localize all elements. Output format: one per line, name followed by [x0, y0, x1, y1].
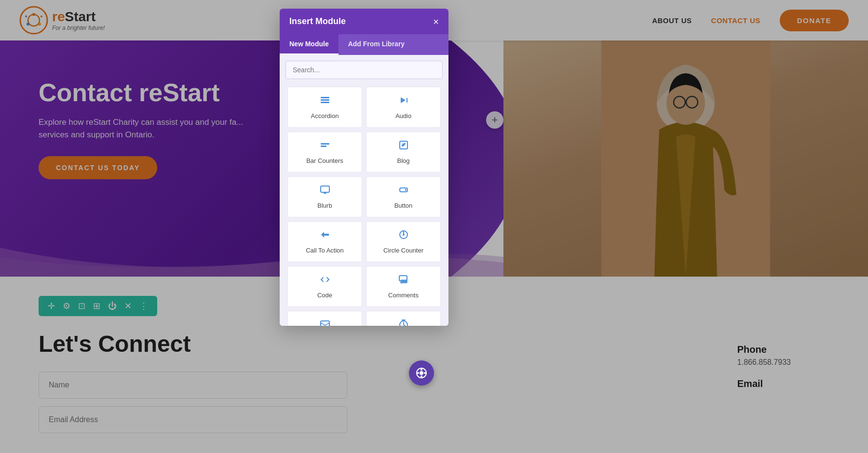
contact-form-icon: [320, 319, 330, 326]
module-audio[interactable]: Audio: [366, 87, 441, 128]
comments-label: Comments: [388, 292, 419, 299]
tab-new-module[interactable]: New Module: [280, 34, 339, 55]
fab-button[interactable]: [409, 360, 434, 386]
svg-rect-13: [321, 97, 329, 98]
module-grid: Accordion Audio Bar Counters Blog Blurb: [280, 85, 448, 326]
countdown-timer-icon: [398, 319, 409, 326]
svg-point-45: [424, 372, 426, 374]
svg-rect-19: [321, 146, 326, 147]
module-blurb[interactable]: Blurb: [287, 176, 362, 217]
svg-point-47: [420, 375, 422, 377]
modal-header: Insert Module ×: [280, 9, 448, 34]
code-icon: [320, 274, 330, 288]
accordion-icon: [320, 95, 330, 108]
svg-rect-15: [321, 102, 329, 103]
svg-rect-14: [321, 99, 329, 101]
svg-point-43: [420, 371, 423, 375]
svg-marker-16: [401, 97, 406, 103]
call-to-action-icon: [320, 229, 330, 243]
module-circle-counter[interactable]: Circle Counter: [366, 221, 441, 262]
tab-add-from-library[interactable]: Add From Library: [339, 34, 414, 55]
modal-search-area: [280, 55, 448, 85]
svg-rect-18: [321, 143, 329, 145]
button-label: Button: [394, 202, 413, 209]
svg-rect-17: [407, 98, 407, 103]
bar-counters-label: Bar Counters: [306, 157, 343, 164]
bar-counters-icon: [320, 140, 330, 153]
insert-module-modal: Insert Module × New Module Add From Libr…: [280, 9, 448, 326]
circle-counter-label: Circle Counter: [383, 247, 423, 254]
modal-close-button[interactable]: ×: [433, 17, 439, 27]
circle-counter-icon: [398, 229, 409, 243]
blog-icon: [398, 140, 409, 153]
svg-point-46: [420, 369, 422, 371]
svg-marker-23: [321, 232, 329, 238]
module-blog[interactable]: Blog: [366, 132, 441, 173]
module-accordion[interactable]: Accordion: [287, 87, 362, 128]
audio-icon: [398, 95, 409, 108]
blog-label: Blog: [397, 157, 409, 164]
modal-tabs: New Module Add From Library: [280, 34, 448, 55]
blurb-icon: [320, 185, 330, 198]
svg-rect-21: [321, 186, 329, 192]
module-code[interactable]: Code: [287, 266, 362, 307]
code-label: Code: [317, 292, 332, 299]
fab-icon: [416, 367, 427, 379]
button-icon: [398, 185, 409, 198]
module-button[interactable]: Button: [366, 176, 441, 217]
module-contact-form[interactable]: Contact Form: [287, 311, 362, 326]
call-to-action-label: Call To Action: [306, 247, 344, 254]
svg-point-25: [403, 234, 405, 236]
audio-label: Audio: [395, 112, 411, 120]
svg-point-44: [417, 372, 419, 374]
module-search-input[interactable]: [285, 61, 443, 79]
module-bar-counters[interactable]: Bar Counters: [287, 132, 362, 173]
module-countdown-timer[interactable]: Countdown Timer: [366, 311, 441, 326]
module-call-to-action[interactable]: Call To Action: [287, 221, 362, 262]
comments-icon: [398, 274, 409, 288]
modal-title: Insert Module: [289, 16, 346, 27]
module-comments[interactable]: Comments: [366, 266, 441, 307]
accordion-label: Accordion: [311, 112, 339, 120]
blurb-label: Blurb: [317, 202, 332, 209]
